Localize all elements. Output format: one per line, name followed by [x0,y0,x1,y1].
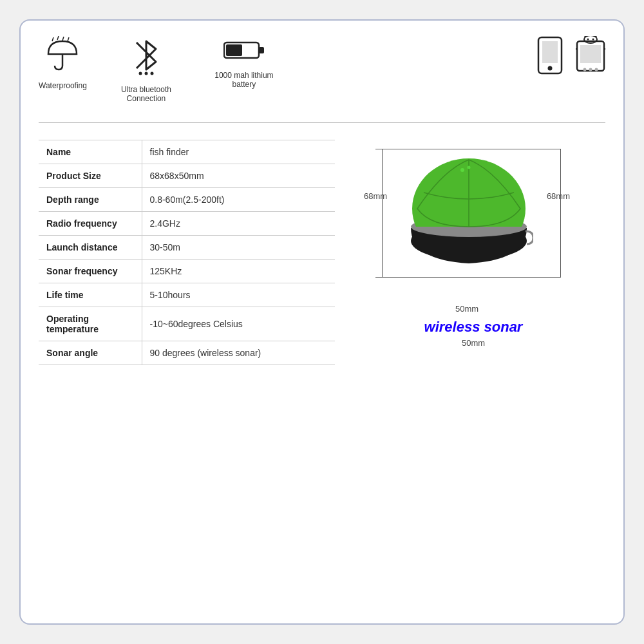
spec-name: Sonar angle [39,341,142,365]
svg-point-18 [584,36,597,43]
spec-value: fish finder [142,140,335,164]
main-content: Namefish finderProduct Size68x68x50mmDep… [39,133,605,608]
spec-name: Name [39,140,142,164]
svg-point-13 [548,66,553,71]
svg-point-6 [144,72,147,75]
device-svg-wrapper [388,149,549,278]
svg-point-25 [595,68,598,71]
top-divider [39,122,605,123]
svg-rect-12 [542,41,558,63]
specs-table: Namefish finderProduct Size68x68x50mmDep… [39,140,335,365]
top-tick-left [375,149,382,149]
battery-item: 1000 mah lithium battery [205,36,283,89]
table-row: Sonar frequency125KHz [39,260,335,283]
table-row: Product Size68x68x50mm [39,164,335,188]
fishfinder-svg [404,157,533,270]
left-vline [382,149,383,278]
diagram-container: 68mm 68mm [364,140,570,314]
bluetooth-label: Ultra bluetooth Connection [108,85,185,103]
android-icon [576,36,605,73]
spec-value: 0.8-60m(2.5-200ft) [142,188,335,212]
svg-point-5 [138,72,142,75]
battery-label: 1000 mah lithium battery [205,71,283,89]
svg-rect-10 [226,44,242,56]
smartphone-item [537,36,563,75]
svg-line-3 [62,37,64,41]
spec-value: 5-10hours [142,283,335,307]
waterproofing-item: Waterproofing [39,36,87,90]
product-card: Waterproofing Ultra bluetooth Connection [19,19,625,625]
svg-point-7 [150,72,153,75]
spec-value: 90 degrees (wireless sonar) [142,341,335,365]
dim-50mm: 50mm [455,304,478,314]
spec-name: Operating temperature [39,307,142,341]
dim-68mm-left: 68mm [364,191,387,201]
spec-name: Launch distance [39,236,142,260]
svg-point-24 [589,68,592,71]
android-item [576,36,605,75]
svg-line-2 [57,36,59,40]
bluetooth-icon [131,36,161,81]
spec-value: 30-50m [142,236,335,260]
svg-point-21 [587,39,589,41]
svg-line-20 [596,36,598,37]
smartphone-icon [537,36,563,75]
svg-line-4 [68,37,69,41]
spec-value: 68x68x50mm [142,164,335,188]
dim-50mm-area: 50mm [455,304,478,314]
svg-point-23 [583,68,587,71]
spec-name: Life time [39,283,142,307]
device-section: 68mm 68mm [341,133,605,608]
bluetooth-item: Ultra bluetooth Connection [108,36,185,103]
phone-icons [537,36,605,75]
icons-row: Waterproofing Ultra bluetooth Connection [39,36,605,109]
svg-rect-9 [259,47,264,53]
spec-value: -10~60degrees Celsius [142,307,335,341]
umbrella-icon [44,36,80,77]
battery-icon [223,36,265,67]
table-row: Life time5-10hours [39,283,335,307]
dim-68mm-right: 68mm [547,191,570,201]
waterproofing-label: Waterproofing [39,81,87,90]
svg-rect-15 [580,45,601,63]
svg-point-22 [592,39,594,41]
table-row: Launch distance30-50m [39,236,335,260]
svg-point-30 [460,168,464,172]
spec-value: 2.4GHz [142,212,335,236]
dimension-wrapper: 68mm 68mm [364,140,583,348]
table-row: Radio frequency2.4GHz [39,212,335,236]
svg-point-31 [468,166,471,169]
spec-name: Radio frequency [39,212,142,236]
dim-50mm-label: 50mm [364,338,583,348]
spec-name: Depth range [39,188,142,212]
spec-name: Sonar frequency [39,260,142,283]
wireless-sonar-label: wireless sonar [364,319,583,336]
bottom-tick-left [375,277,382,278]
spec-value: 125KHz [142,260,335,283]
right-vline [560,149,561,278]
table-row: Operating temperature-10~60degrees Celsi… [39,307,335,341]
table-row: Namefish finder [39,140,335,164]
table-row: Depth range0.8-60m(2.5-200ft) [39,188,335,212]
spec-name: Product Size [39,164,142,188]
svg-line-1 [52,37,53,41]
svg-line-19 [583,36,585,37]
table-row: Sonar angle90 degrees (wireless sonar) [39,341,335,365]
